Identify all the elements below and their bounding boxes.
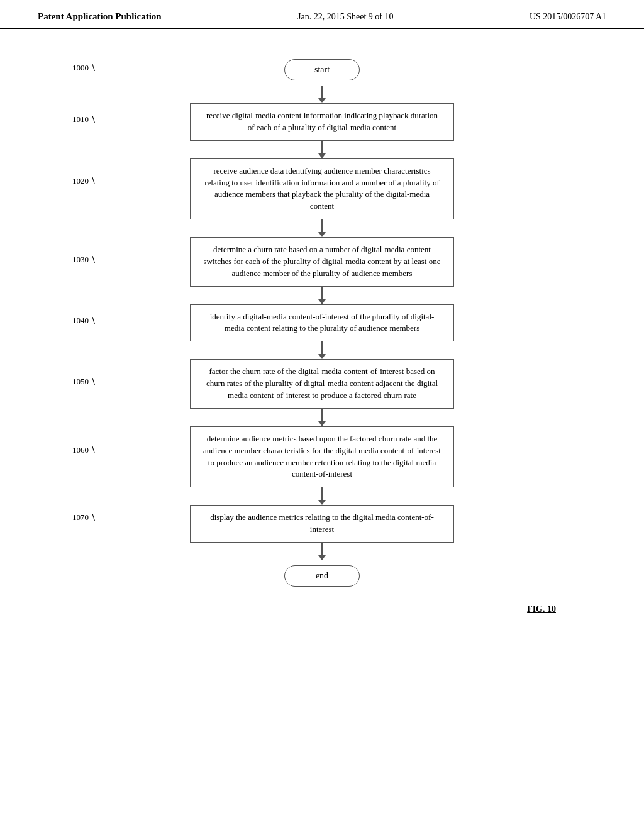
rect-1010: receive digital-media content informatio… (190, 103, 454, 141)
arrow-line (321, 287, 323, 299)
start-oval: start (284, 59, 360, 80)
label-1070: 1070 ∖ (72, 512, 96, 523)
arrow-head (318, 232, 326, 237)
diagram-area: 1000 ∖ start 1010 ∖ receive digital-medi… (0, 29, 644, 633)
flowchart: 1000 ∖ start 1010 ∖ receive digital-medi… (38, 54, 606, 592)
arrow-3 (318, 287, 326, 304)
rect-1050: factor the churn rate of the digital-med… (190, 359, 454, 409)
node-row-1010: 1010 ∖ receive digital-media content inf… (38, 103, 606, 141)
label-1010: 1010 ∖ (72, 114, 96, 124)
arrow-head (318, 354, 326, 359)
arrow-head (318, 299, 326, 304)
label-1050: 1050 ∖ (72, 377, 96, 387)
rect-1060: determine audience metrics based upon th… (190, 426, 454, 487)
arrow-line (321, 341, 323, 354)
arrow-6 (318, 487, 326, 505)
arrow-line (321, 86, 323, 98)
label-1000: 1000 ∖ (72, 63, 96, 73)
arrow-line (321, 409, 323, 421)
end-oval: end (284, 565, 360, 587)
arrow-head (318, 153, 326, 158)
arrow-1 (318, 141, 326, 158)
label-1020: 1020 ∖ (72, 176, 96, 186)
patent-number: US 2015/0026707 A1 (530, 12, 606, 22)
label-1060: 1060 ∖ (72, 445, 96, 455)
start-node-row: 1000 ∖ start (38, 54, 606, 86)
arrow-2 (318, 219, 326, 237)
arrow-head (318, 98, 326, 103)
arrow-line (321, 487, 323, 500)
node-row-1040: 1040 ∖ identify a digital-media content-… (38, 304, 606, 342)
rect-1040: identify a digital-media content-of-inte… (190, 304, 454, 342)
node-row-1030: 1030 ∖ determine a churn rate based on a… (38, 237, 606, 287)
rect-1070: display the audience metrics relating to… (190, 505, 454, 543)
node-row-1070: 1070 ∖ display the audience metrics rela… (38, 505, 606, 543)
arrow-4 (318, 341, 326, 359)
figure-caption: FIG. 10 (38, 604, 606, 614)
arrow-head (318, 555, 326, 560)
node-row-1050: 1050 ∖ factor the churn rate of the digi… (38, 359, 606, 409)
arrow-0 (318, 86, 326, 103)
label-1030: 1030 ∖ (72, 255, 96, 265)
label-1040: 1040 ∖ (72, 316, 96, 326)
end-node-row: end (38, 560, 606, 592)
node-row-1020: 1020 ∖ receive audience data identifying… (38, 158, 606, 219)
arrow-head (318, 421, 326, 426)
arrow-line (321, 543, 323, 555)
arrow-5 (318, 409, 326, 426)
arrow-head (318, 500, 326, 505)
arrow-7 (318, 543, 326, 560)
page-header: Patent Application Publication Jan. 22, … (0, 0, 644, 29)
node-row-1060: 1060 ∖ determine audience metrics based … (38, 426, 606, 487)
publication-title: Patent Application Publication (38, 11, 162, 22)
rect-1020: receive audience data identifying audien… (190, 158, 454, 219)
arrow-line (321, 141, 323, 153)
fig-label: FIG. 10 (527, 604, 556, 614)
arrow-line (321, 219, 323, 232)
rect-1030: determine a churn rate based on a number… (190, 237, 454, 287)
publication-date: Jan. 22, 2015 Sheet 9 of 10 (297, 12, 393, 22)
